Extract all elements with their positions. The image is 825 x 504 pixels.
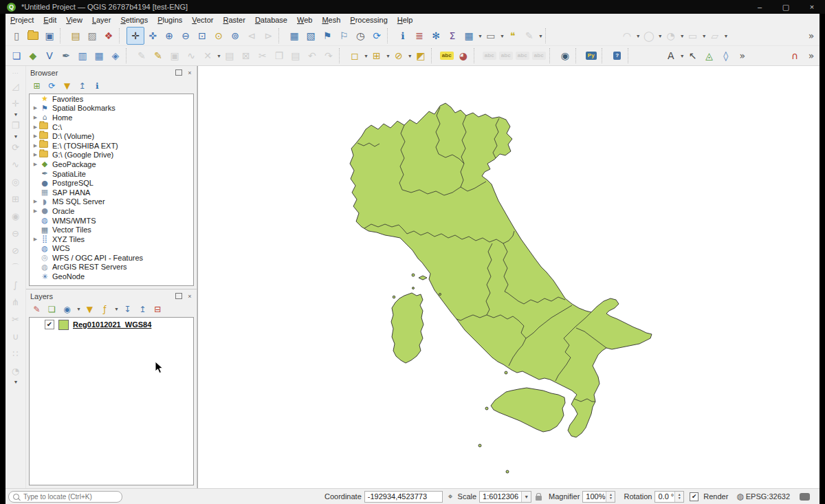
- save-project-button[interactable]: ▣: [41, 28, 58, 44]
- expand-all-layers-button[interactable]: ↧: [121, 303, 134, 316]
- fill-ring-digitize-button[interactable]: ◊: [718, 47, 734, 64]
- menu-edit[interactable]: Edit: [38, 14, 61, 25]
- manage-map-themes-button[interactable]: ◉: [60, 303, 74, 316]
- new-mesh-layer-button[interactable]: ▥: [74, 47, 91, 64]
- select-annotation-button[interactable]: ↖: [685, 47, 701, 64]
- new-virtual-layer-button[interactable]: ◈: [107, 47, 124, 64]
- filter-legend-button[interactable]: ▼: [83, 303, 96, 316]
- browser-float-button[interactable]: [175, 69, 183, 77]
- new-annotation-dropdown-icon[interactable]: ▼: [538, 34, 543, 39]
- expand-arrow-icon[interactable]: ▶: [32, 162, 39, 167]
- metasearch-button[interactable]: ◉: [557, 47, 573, 64]
- browser-item-arcgis-rest-servers[interactable]: ◍ArcGIS REST Servers: [30, 263, 193, 272]
- new-3d-map-view-button[interactable]: ▧: [302, 28, 319, 44]
- toolbar1-overflow-button[interactable]: »: [803, 28, 820, 44]
- layers-close-button[interactable]: ×: [186, 292, 194, 300]
- menu-web[interactable]: Web: [292, 14, 317, 25]
- select-by-expression-button[interactable]: ◩: [412, 47, 429, 64]
- shape-circle-tool-dropdown-icon[interactable]: ▼: [658, 34, 663, 39]
- browser-item-geopackage[interactable]: ▶◆GeoPackage: [30, 160, 193, 169]
- new-shapefile-layer-button[interactable]: V: [41, 47, 58, 64]
- crs-status[interactable]: EPSG:32632: [746, 492, 790, 501]
- menu-plugins[interactable]: Plugins: [153, 14, 187, 25]
- menu-vector[interactable]: Vector: [187, 14, 218, 25]
- collapse-all-layers-button[interactable]: ↥: [136, 303, 149, 316]
- menu-mesh[interactable]: Mesh: [317, 14, 345, 25]
- select-features-dropdown-icon[interactable]: ▼: [364, 54, 368, 58]
- menu-help[interactable]: Help: [393, 14, 418, 25]
- toolbar-drag-handle[interactable]: ∙∙∙: [12, 70, 19, 76]
- zoom-to-selection-button[interactable]: ⊙: [210, 28, 227, 44]
- render-checkbox[interactable]: ✔: [690, 492, 698, 501]
- add-ring-digitize-button[interactable]: ◬: [701, 47, 718, 64]
- show-statistics-button[interactable]: Σ: [444, 28, 461, 44]
- rotate-point-symbols-dropdown-icon[interactable]: ▼: [14, 380, 19, 384]
- zoom-out-button[interactable]: ⊖: [177, 28, 194, 44]
- expand-arrow-icon[interactable]: ▶: [32, 152, 39, 157]
- browser-properties-button[interactable]: ℹ: [91, 79, 104, 92]
- select-features-by-value-button[interactable]: ⊞: [368, 47, 385, 64]
- menu-view[interactable]: View: [61, 14, 87, 25]
- style-manager-button[interactable]: ❖: [100, 28, 117, 44]
- identify-features-button[interactable]: ℹ: [395, 28, 411, 44]
- open-layer-styling-panel-button[interactable]: ✎: [30, 303, 43, 316]
- new-geopackage-layer-button[interactable]: ◆: [25, 47, 41, 64]
- zoom-in-button[interactable]: ⊕: [161, 28, 177, 44]
- pan-to-selection-button[interactable]: ✜: [144, 28, 161, 44]
- statistical-summary-button[interactable]: ≣: [411, 28, 428, 44]
- filter-browser-button[interactable]: ▼: [60, 79, 74, 92]
- locate-bar[interactable]: [8, 491, 122, 503]
- menu-raster[interactable]: Raster: [218, 14, 250, 25]
- annotation-text-tool-dropdown-icon[interactable]: ▼: [680, 54, 685, 58]
- remove-layer-button[interactable]: ⊟: [151, 303, 164, 316]
- minimize-button[interactable]: –: [747, 0, 773, 14]
- refresh-browser-button[interactable]: ⟳: [45, 79, 58, 92]
- browser-item-vector-tiles[interactable]: ▦Vector Tiles: [30, 225, 193, 234]
- pan-map-button[interactable]: ✛: [126, 27, 144, 45]
- open-project-button[interactable]: [25, 28, 41, 44]
- new-project-button[interactable]: ▯: [8, 28, 25, 44]
- expand-arrow-icon[interactable]: ▶: [32, 208, 39, 214]
- close-button[interactable]: ×: [799, 0, 825, 14]
- shape-arc-tool-dropdown-icon[interactable]: ▼: [636, 34, 641, 39]
- browser-item-drive-e[interactable]: ▶E:\ (TOSHIBA EXT): [30, 141, 193, 151]
- expand-arrow-icon[interactable]: ▶: [32, 237, 39, 242]
- new-print-layout-button[interactable]: ▤: [67, 28, 84, 44]
- measure-line-button[interactable]: ▭: [483, 28, 499, 44]
- browser-item-spatial-bookmarks[interactable]: ▶⚑Spatial Bookmarks: [30, 104, 193, 113]
- open-attribute-table-dropdown-icon[interactable]: ▼: [478, 34, 483, 39]
- zoom-full-button[interactable]: ⊡: [194, 28, 210, 44]
- python-console-button[interactable]: Py: [583, 47, 600, 64]
- expand-arrow-icon[interactable]: ▶: [32, 124, 39, 130]
- locate-input[interactable]: [22, 492, 107, 501]
- browser-item-postgresql[interactable]: ●PostgreSQL: [30, 178, 193, 188]
- copy-move-feature-dropdown-icon[interactable]: ▼: [14, 134, 19, 139]
- browser-item-drive-c[interactable]: ▶C:\: [30, 122, 193, 132]
- shape-ellipse-tool-dropdown-icon[interactable]: ▼: [680, 34, 685, 39]
- measure-line-dropdown-icon[interactable]: ▼: [500, 34, 505, 39]
- menu-settings[interactable]: Settings: [116, 14, 153, 25]
- menu-project[interactable]: Project: [6, 14, 38, 25]
- browser-item-spatialite[interactable]: ✒SpatiaLite: [30, 169, 193, 179]
- enable-snapping-button[interactable]: ∩: [786, 47, 803, 64]
- browser-item-wms-wmts[interactable]: ◍WMS/WMTS: [30, 216, 193, 226]
- menu-processing[interactable]: Processing: [345, 14, 392, 25]
- layer-labeling-button[interactable]: abc: [439, 47, 455, 64]
- magnifier-spinbox[interactable]: 100%▲▼: [582, 491, 615, 503]
- annotation-text-tool-button[interactable]: A: [663, 47, 679, 64]
- menu-layer[interactable]: Layer: [87, 14, 116, 25]
- scale-dropdown-icon[interactable]: ▼: [521, 492, 531, 502]
- browser-item-oracle[interactable]: ▶●Oracle: [30, 206, 193, 216]
- browser-item-geonode[interactable]: ✳GeoNode: [30, 272, 193, 281]
- add-group-button[interactable]: ❏: [45, 303, 58, 316]
- deselect-all-button[interactable]: ⊘: [390, 47, 407, 64]
- expand-arrow-icon[interactable]: ▶: [32, 199, 39, 204]
- filter-by-expression-dropdown-icon[interactable]: ▼: [114, 307, 119, 311]
- help-contents-button[interactable]: ?: [609, 47, 626, 64]
- browser-item-sap-hana[interactable]: ▦SAP HANA: [30, 188, 193, 197]
- menu-database[interactable]: Database: [250, 14, 292, 25]
- new-map-view-button[interactable]: ▦: [286, 28, 302, 44]
- expand-arrow-icon[interactable]: ▶: [32, 133, 39, 139]
- toggle-editing-button[interactable]: ✎: [150, 47, 166, 64]
- browser-close-button[interactable]: ×: [186, 69, 194, 77]
